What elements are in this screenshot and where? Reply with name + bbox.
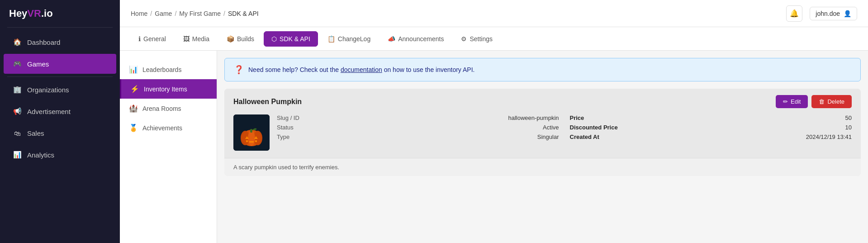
type-value: Singular [537, 133, 559, 140]
inventory-icon: ⚡ [130, 85, 139, 93]
user-name: john.doe [816, 10, 840, 17]
slug-row: Slug / ID halloween-pumpkin [277, 114, 559, 121]
main-content: Home / Game / My First Game / SDK & API … [120, 0, 868, 243]
type-label: Type [277, 133, 289, 140]
announcements-icon: 📣 [388, 35, 395, 43]
status-label: Status [277, 124, 294, 131]
help-icon: ❓ [234, 65, 244, 75]
help-banner: ❓ Need some help? Check out the document… [224, 58, 861, 81]
logo-text: HeyVR.io [9, 8, 53, 19]
sub-nav-leaderboards[interactable]: 📊 Leaderboards [120, 60, 217, 79]
changelog-icon: 📋 [327, 35, 335, 43]
page-body: 📊 Leaderboards ⚡ Inventory Items 🏰 Arena… [120, 51, 868, 243]
breadcrumb-sep-2: / [175, 10, 176, 17]
svg-point-11 [242, 130, 261, 146]
pumpkin-svg [233, 114, 270, 151]
status-value: Active [543, 124, 559, 131]
media-icon: 🖼 [183, 35, 190, 43]
item-image [233, 114, 270, 151]
sub-nav-inventory-items[interactable]: ⚡ Inventory Items [120, 79, 217, 99]
sidebar-item-dashboard[interactable]: 🏠 Dashboard [4, 32, 116, 52]
builds-icon: 📦 [227, 35, 234, 43]
created-at-value: 2024/12/19 13:41 [806, 133, 852, 140]
organizations-icon: 🏢 [13, 85, 22, 94]
tabs-bar: ℹ General 🖼 Media 📦 Builds ⬡ SDK & API 📋… [120, 27, 868, 51]
item-title: Halloween Pumpkin [233, 98, 302, 106]
discounted-price-value: 10 [845, 124, 852, 131]
settings-icon: ⚙ [461, 35, 467, 43]
slug-value: halloween-pumpkin [508, 114, 559, 121]
games-icon: 🎮 [13, 59, 22, 68]
item-details-right: Price 50 Discounted Price 10 Created At … [570, 114, 852, 151]
home-icon: 🏠 [13, 38, 22, 47]
sales-icon: 🛍 [13, 129, 22, 138]
discounted-price-row: Discounted Price 10 [570, 124, 852, 131]
delete-button[interactable]: 🗑 Delete [811, 95, 852, 108]
item-card-header: Halloween Pumpkin ✏ Edit 🗑 Delete [224, 89, 861, 114]
tab-media[interactable]: 🖼 Media [175, 31, 217, 47]
item-actions: ✏ Edit 🗑 Delete [776, 95, 852, 108]
price-label: Price [570, 114, 584, 121]
arena-icon: 🏰 [129, 104, 138, 113]
content-area: ❓ Need some help? Check out the document… [217, 51, 868, 243]
breadcrumb-sep-3: / [223, 10, 225, 17]
price-row: Price 50 [570, 114, 852, 121]
tab-builds[interactable]: 📦 Builds [219, 31, 262, 47]
sidebar-divider-2 [7, 76, 113, 77]
item-body: Slug / ID halloween-pumpkin Status Activ… [224, 114, 861, 158]
user-menu-button[interactable]: john.doe 👤 [810, 7, 857, 20]
breadcrumb-home[interactable]: Home [131, 10, 147, 17]
status-row: Status Active [277, 124, 559, 131]
sidebar: HeyVR.io 🏠 Dashboard 🎮 Games 🏢 Organizat… [0, 0, 120, 243]
leaderboards-icon: 📊 [129, 65, 138, 74]
edit-icon: ✏ [783, 98, 788, 105]
advertisement-icon: 📢 [13, 107, 22, 116]
tab-general[interactable]: ℹ General [131, 31, 174, 47]
sub-nav: 📊 Leaderboards ⚡ Inventory Items 🏰 Arena… [120, 51, 217, 243]
tab-settings[interactable]: ⚙ Settings [453, 31, 500, 47]
discounted-price-label: Discounted Price [570, 124, 618, 131]
help-text-after: on how to use the inventory API. [384, 66, 475, 73]
breadcrumb-sep-1: / [150, 10, 152, 17]
sidebar-item-sales[interactable]: 🛍 Sales [4, 123, 116, 143]
breadcrumb-game[interactable]: Game [155, 10, 172, 17]
topbar: Home / Game / My First Game / SDK & API … [120, 0, 868, 27]
bell-icon: 🔔 [790, 9, 799, 18]
trash-icon: 🗑 [819, 98, 825, 105]
item-details-left: Slug / ID halloween-pumpkin Status Activ… [277, 114, 559, 151]
sub-nav-arena-rooms[interactable]: 🏰 Arena Rooms [120, 99, 217, 118]
edit-button[interactable]: ✏ Edit [776, 95, 808, 108]
notifications-button[interactable]: 🔔 [786, 5, 802, 22]
breadcrumb-current: SDK & API [228, 10, 259, 17]
price-value: 50 [845, 114, 852, 121]
sidebar-item-advertisement[interactable]: 📢 Advertisement [4, 101, 116, 121]
created-at-label: Created At [570, 133, 599, 140]
sidebar-item-games[interactable]: 🎮 Games [4, 54, 116, 74]
tab-sdk-api[interactable]: ⬡ SDK & API [264, 31, 318, 47]
help-text-before: Need some help? Check out the [248, 66, 339, 73]
analytics-icon: 📊 [13, 150, 22, 159]
type-row: Type Singular [277, 133, 559, 140]
breadcrumb: Home / Game / My First Game / SDK & API [131, 10, 259, 17]
created-at-row: Created At 2024/12/19 13:41 [570, 133, 852, 140]
achievements-icon: 🏅 [129, 124, 138, 132]
logo: HeyVR.io [0, 0, 120, 27]
item-card: Halloween Pumpkin ✏ Edit 🗑 Delete [224, 89, 861, 176]
info-icon: ℹ [138, 35, 141, 43]
user-avatar-icon: 👤 [844, 10, 851, 17]
tab-changelog[interactable]: 📋 ChangeLog [320, 31, 378, 47]
item-description: A scary pumpkin used to terrify enemies. [224, 158, 861, 176]
sidebar-item-organizations[interactable]: 🏢 Organizations [4, 80, 116, 100]
topbar-right: 🔔 john.doe 👤 [786, 5, 857, 22]
sdk-icon: ⬡ [271, 35, 277, 43]
tab-announcements[interactable]: 📣 Announcements [380, 31, 451, 47]
documentation-link[interactable]: documentation [341, 66, 382, 73]
slug-label: Slug / ID [277, 114, 299, 121]
sidebar-nav: 🏠 Dashboard 🎮 Games 🏢 Organizations 📢 Ad… [0, 28, 120, 169]
breadcrumb-my-first-game[interactable]: My First Game [179, 10, 221, 17]
item-details: Slug / ID halloween-pumpkin Status Activ… [277, 114, 852, 151]
sub-nav-achievements[interactable]: 🏅 Achievements [120, 118, 217, 138]
sidebar-item-analytics[interactable]: 📊 Analytics [4, 145, 116, 165]
